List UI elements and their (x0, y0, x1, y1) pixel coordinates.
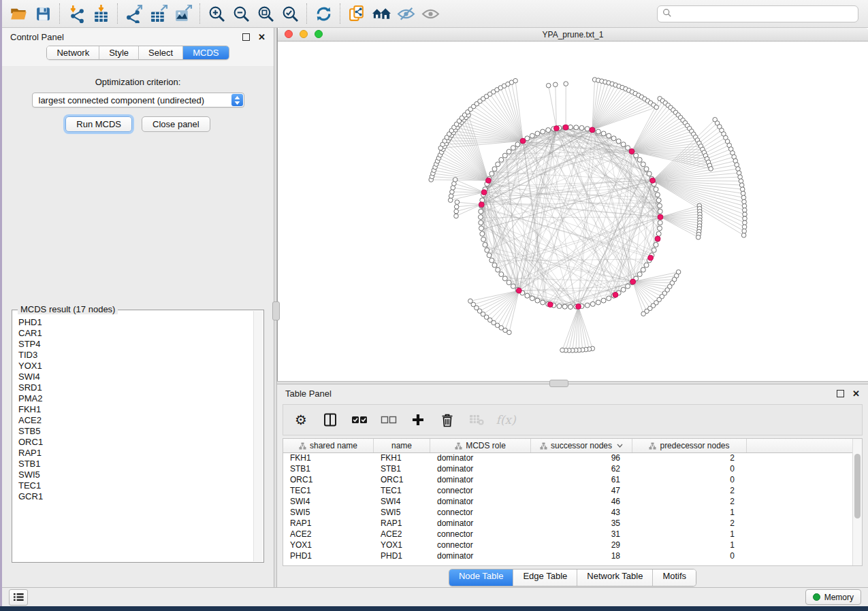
zoom-selected-button[interactable] (278, 3, 302, 24)
cell-predecessor-nodes[interactable]: 2 (632, 518, 747, 529)
cell-shared-name[interactable]: TEC1 (283, 485, 374, 496)
cell-predecessor-nodes[interactable]: 2 (632, 485, 747, 496)
column-header-name[interactable]: name (374, 439, 430, 452)
cell-shared-name[interactable]: SWI5 (283, 507, 374, 518)
import-network-button[interactable] (64, 3, 89, 24)
horizontal-splitter[interactable] (277, 381, 868, 384)
first-neighbors-button[interactable] (369, 3, 393, 24)
cell-shared-name[interactable]: ACE2 (283, 529, 374, 540)
cell-mcds-role[interactable]: connector (430, 540, 531, 550)
cell-mcds-role[interactable]: connector (430, 485, 531, 496)
add-row-button[interactable] (408, 410, 428, 430)
cell-name[interactable]: FKH1 (374, 452, 430, 463)
table-scrollbar[interactable] (852, 439, 862, 565)
deselect-all-button[interactable] (379, 410, 398, 430)
cell-name[interactable]: ACE2 (374, 529, 430, 540)
mcds-result-item[interactable]: STB1 (18, 459, 253, 469)
network-canvas[interactable] (278, 42, 868, 381)
cell-name[interactable]: STB1 (374, 463, 430, 474)
settings-gear-button[interactable]: ⚙ (291, 410, 310, 430)
mcds-result-item[interactable]: SWI4 (18, 371, 253, 382)
network-window-titlebar[interactable]: YPA_prune.txt_1 (278, 28, 868, 42)
open-file-button[interactable] (6, 3, 31, 24)
zoom-out-button[interactable] (229, 3, 253, 24)
maximize-window-icon[interactable] (315, 30, 323, 38)
select-all-button[interactable] (350, 410, 369, 430)
mcds-list-scrollbar[interactable] (253, 311, 263, 561)
hide-selected-button[interactable] (393, 3, 418, 24)
cell-shared-name[interactable]: ORC1 (283, 474, 374, 485)
delete-table-button[interactable] (467, 410, 486, 430)
table-scrollbar-thumb[interactable] (854, 454, 861, 518)
cell-mcds-role[interactable]: dominator (430, 550, 531, 561)
cell-name[interactable]: SWI4 (374, 496, 430, 507)
refresh-button[interactable] (311, 3, 336, 24)
tab-motifs[interactable]: Motifs (653, 569, 696, 586)
mcds-result-item[interactable]: TID3 (18, 350, 253, 361)
column-header-mcds-role[interactable]: MCDS role (430, 439, 531, 452)
cell-name[interactable]: YOX1 (374, 540, 430, 550)
table-row[interactable]: PHD1PHD1dominator180 (283, 550, 853, 561)
zoom-fit-button[interactable] (253, 3, 278, 24)
cell-name[interactable]: SWI5 (374, 507, 430, 518)
float-panel-icon[interactable] (242, 33, 250, 41)
float-panel-icon[interactable] (837, 390, 844, 397)
mcds-result-item[interactable]: SRD1 (18, 382, 253, 393)
cell-shared-name[interactable]: SWI4 (283, 496, 374, 507)
export-table-button[interactable] (146, 3, 171, 24)
close-window-icon[interactable] (285, 30, 293, 38)
vertical-splitter[interactable] (274, 28, 277, 587)
cell-successor-nodes[interactable]: 46 (531, 496, 632, 507)
cell-shared-name[interactable]: STB1 (283, 463, 374, 474)
mcds-result-item[interactable]: STB5 (18, 426, 253, 437)
tab-network-table[interactable]: Network Table (577, 569, 653, 586)
cell-predecessor-nodes[interactable]: 0 (632, 550, 747, 561)
network-graph[interactable] (278, 42, 867, 380)
mcds-result-item[interactable]: STP4 (18, 339, 253, 350)
close-panel-button[interactable]: Close panel (142, 116, 210, 132)
mcds-result-item[interactable]: TEC1 (18, 480, 253, 491)
import-table-button[interactable] (89, 3, 113, 24)
table-row[interactable]: STB1STB1dominator620 (283, 463, 853, 474)
cell-name[interactable]: TEC1 (374, 485, 430, 496)
mcds-result-item[interactable]: SWI5 (18, 469, 253, 480)
minimize-window-icon[interactable] (300, 30, 308, 38)
column-header-predecessor-nodes[interactable]: predecessor nodes (632, 439, 747, 452)
mcds-result-item[interactable]: FKH1 (18, 404, 253, 415)
cell-predecessor-nodes[interactable]: 0 (632, 474, 747, 485)
table-row[interactable]: TEC1TEC1connector472 (283, 485, 853, 496)
mcds-result-item[interactable]: ACE2 (18, 415, 253, 426)
cell-mcds-role[interactable]: dominator (430, 452, 531, 463)
mcds-result-item[interactable]: PHD1 (18, 317, 253, 328)
table-row[interactable]: FKH1FKH1dominator962 (283, 452, 853, 463)
cell-predecessor-nodes[interactable]: 1 (632, 507, 747, 518)
cell-predecessor-nodes[interactable]: 1 (632, 540, 747, 550)
cell-name[interactable]: ORC1 (374, 474, 430, 485)
tab-select[interactable]: Select (139, 46, 183, 59)
mcds-result-item[interactable]: YOX1 (18, 361, 253, 371)
cell-mcds-role[interactable]: connector (430, 507, 531, 518)
cell-successor-nodes[interactable]: 96 (531, 452, 632, 463)
cell-mcds-role[interactable]: dominator (430, 518, 531, 529)
tab-network[interactable]: Network (47, 46, 99, 59)
tab-style[interactable]: Style (99, 46, 139, 59)
tab-edge-table[interactable]: Edge Table (513, 569, 577, 586)
function-builder-button[interactable]: f(x) (496, 410, 515, 430)
zoom-in-button[interactable] (204, 3, 229, 24)
cell-successor-nodes[interactable]: 29 (531, 540, 632, 550)
save-session-button[interactable] (31, 3, 55, 24)
mcds-result-item[interactable]: GCR1 (18, 491, 253, 502)
panel-list-button[interactable] (9, 589, 28, 606)
cell-predecessor-nodes[interactable]: 2 (632, 496, 747, 507)
cell-successor-nodes[interactable]: 31 (531, 529, 632, 540)
cell-name[interactable]: RAP1 (374, 518, 430, 529)
table-row[interactable]: RAP1RAP1dominator352 (283, 518, 853, 529)
column-visibility-button[interactable] (321, 410, 340, 430)
cell-successor-nodes[interactable]: 43 (531, 507, 632, 518)
cell-shared-name[interactable]: YOX1 (283, 540, 374, 550)
cell-successor-nodes[interactable]: 47 (531, 485, 632, 496)
show-all-button[interactable] (418, 3, 443, 24)
cell-shared-name[interactable]: RAP1 (283, 518, 374, 529)
optimization-criterion-select[interactable]: largest connected component (undirected) (32, 93, 244, 108)
cell-mcds-role[interactable]: connector (430, 529, 531, 540)
